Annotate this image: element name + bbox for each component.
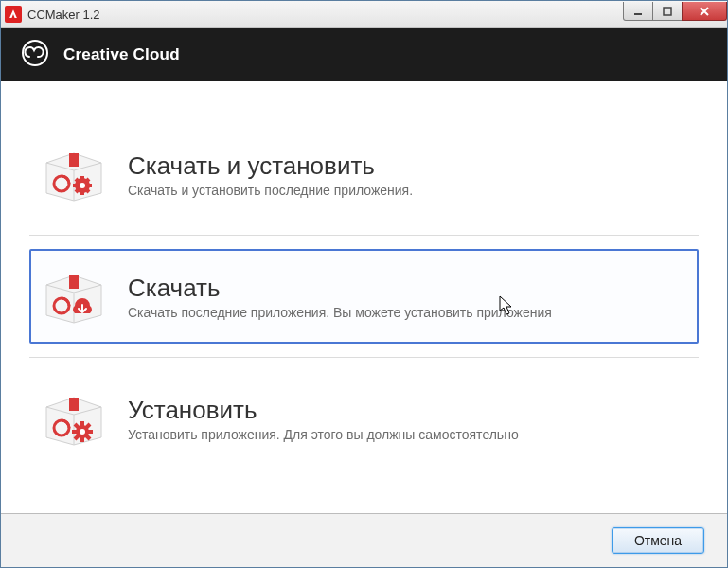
- option-install[interactable]: Установить Установить приложения. Для эт…: [29, 371, 699, 466]
- svg-rect-19: [69, 398, 79, 411]
- svg-rect-5: [69, 153, 79, 167]
- maximize-button[interactable]: [652, 2, 683, 21]
- option-title: Установить: [128, 396, 678, 425]
- content-area: Скачать и установить Скачать и установит…: [1, 81, 727, 513]
- box-download-icon: [41, 268, 107, 325]
- option-texts: Скачать Скачать последние приложения. Вы…: [128, 274, 678, 320]
- cancel-button-label: Отмена: [634, 533, 682, 548]
- option-texts: Скачать и установить Скачать и установит…: [128, 151, 678, 198]
- svg-rect-1: [664, 8, 671, 15]
- titlebar: CCMaker 1.2: [1, 1, 727, 28]
- option-title: Скачать и установить: [128, 151, 678, 181]
- titlebar-left: CCMaker 1.2: [5, 6, 100, 23]
- creative-cloud-icon: [20, 38, 50, 72]
- divider: [29, 357, 699, 358]
- close-button[interactable]: [682, 2, 727, 21]
- svg-rect-0: [634, 13, 642, 15]
- window-title: CCMaker 1.2: [27, 8, 100, 22]
- app-window: CCMaker 1.2 Creative Cloud: [0, 0, 728, 568]
- option-desc: Скачать последние приложения. Вы можете …: [128, 305, 678, 320]
- app-icon: [5, 6, 22, 23]
- cancel-button[interactable]: Отмена: [612, 527, 704, 554]
- option-texts: Установить Установить приложения. Для эт…: [128, 396, 678, 442]
- option-download-install[interactable]: Скачать и установить Скачать и установит…: [29, 127, 699, 222]
- minimize-button[interactable]: [623, 2, 653, 21]
- svg-point-26: [80, 429, 85, 435]
- app-header: Creative Cloud: [1, 28, 727, 81]
- divider: [29, 235, 699, 236]
- svg-rect-15: [69, 275, 79, 289]
- footer: Отмена: [1, 513, 727, 567]
- window-controls: [624, 2, 727, 21]
- option-desc: Установить приложения. Для этого вы долж…: [128, 427, 678, 442]
- box-gear-icon: [41, 146, 107, 203]
- option-desc: Скачать и установить последние приложени…: [128, 183, 678, 198]
- option-download[interactable]: Скачать Скачать последние приложения. Вы…: [29, 249, 699, 344]
- option-title: Скачать: [128, 274, 678, 303]
- header-title: Creative Cloud: [63, 45, 180, 64]
- box-cog-icon: [41, 390, 107, 447]
- svg-point-12: [80, 183, 85, 188]
